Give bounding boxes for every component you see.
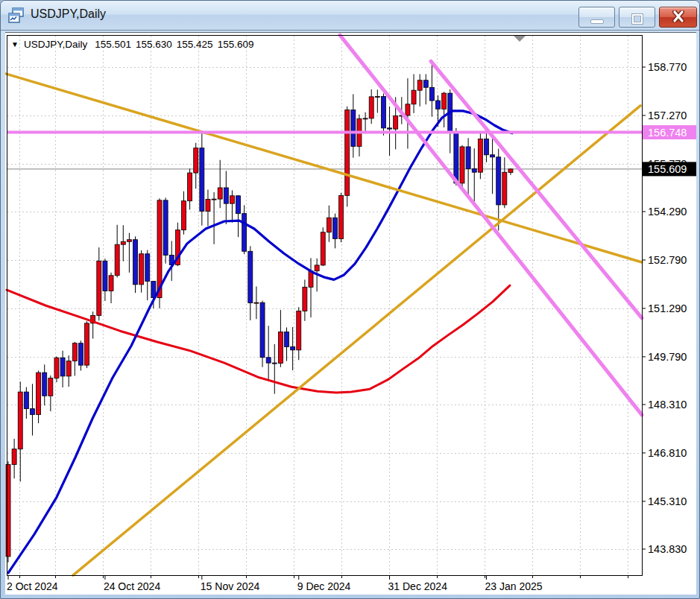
candle-down: [200, 133, 204, 226]
candle-up: [309, 258, 313, 317]
candle-body: [508, 169, 513, 173]
candle-body: [97, 261, 101, 315]
candle-body: [423, 80, 428, 88]
candle-up: [72, 342, 77, 375]
candle-body: [6, 465, 10, 557]
candle-body: [332, 218, 337, 238]
chart-client-area: 158.770157.270155.770154.290152.790151.2…: [5, 32, 696, 595]
candle-up: [278, 310, 283, 367]
candle-down: [224, 171, 228, 224]
candle-body: [72, 343, 77, 361]
minimize-button[interactable]: [578, 7, 615, 28]
chart-shift-marker-icon[interactable]: [514, 36, 526, 42]
candle-up: [121, 225, 125, 262]
candle-body: [242, 214, 247, 252]
candle-body: [224, 188, 228, 203]
candle-up: [66, 355, 71, 387]
time-tick-label: 2 Oct 2024: [7, 580, 58, 592]
ohlc-symbol: USDJPY,Daily: [24, 39, 87, 50]
time-tick-label: 15 Nov 2024: [201, 580, 260, 592]
candle-up: [194, 143, 198, 188]
ohlc-high: 155.630: [136, 39, 172, 50]
candle-up: [357, 115, 362, 156]
candle-body: [442, 93, 447, 109]
price-tick-label: 154.290: [648, 206, 687, 218]
candle-body: [24, 392, 28, 409]
candle-body: [145, 254, 150, 282]
candle-body: [12, 449, 16, 465]
time-tick-label: 23 Jan 2025: [485, 580, 542, 592]
candle-up: [48, 375, 53, 411]
candle-down: [332, 214, 337, 249]
candle-body: [218, 188, 222, 199]
candle-body: [42, 373, 47, 396]
candle-body: [103, 261, 107, 291]
price-tick-label: 151.290: [648, 302, 687, 314]
trendline-pink-channel-left[interactable]: [340, 35, 642, 415]
candle-body: [115, 244, 119, 276]
candle-up: [181, 191, 186, 235]
candle-body: [363, 118, 368, 119]
maximize-button[interactable]: [619, 7, 655, 28]
candle-body: [188, 173, 192, 201]
candle-body: [127, 240, 131, 242]
price-chart[interactable]: 158.770157.270155.770154.290152.790151.2…: [5, 33, 696, 595]
candle-body: [266, 358, 271, 363]
candle-body: [109, 276, 113, 291]
candle-up: [406, 78, 410, 148]
trendline-gold-ascending[interactable]: [73, 106, 640, 575]
candle-up: [254, 286, 259, 319]
candle-down: [491, 138, 495, 194]
candle-body: [212, 199, 216, 200]
candle-up: [345, 107, 350, 207]
time-axis[interactable]: 2 Oct 202424 Oct 202415 Nov 20249 Dec 20…: [7, 575, 628, 592]
window-titlebar[interactable]: USDJPY,Daily: [1, 1, 699, 31]
candle-body: [248, 251, 253, 302]
candle-down: [285, 327, 289, 361]
candle-up: [442, 92, 447, 127]
candle-body: [60, 358, 65, 376]
candle-down: [351, 94, 356, 157]
plot-border: [7, 36, 643, 576]
candle-down: [30, 384, 34, 435]
candle-up: [321, 227, 325, 266]
candle-up: [297, 307, 301, 360]
candle-body: [460, 147, 464, 183]
candle-body: [297, 311, 301, 349]
candle-body: [417, 80, 422, 90]
price-tick-label: 149.790: [648, 351, 687, 363]
candle-body: [30, 409, 34, 415]
candle-up: [508, 168, 513, 175]
candle-up: [139, 250, 144, 293]
candle-body: [139, 254, 144, 285]
candle-down: [78, 340, 83, 370]
candle-body: [48, 378, 53, 396]
minimize-icon: [590, 19, 604, 24]
candlesticks: [6, 64, 513, 562]
candle-body: [381, 96, 385, 127]
candle-body: [429, 87, 434, 101]
time-tick-label: 31 Dec 2024: [388, 580, 448, 592]
price-tick-label: 152.790: [648, 254, 687, 266]
candle-down: [103, 259, 107, 301]
ohlc-open: 155.501: [95, 39, 131, 50]
candle-up: [54, 356, 59, 382]
close-button[interactable]: [659, 7, 697, 28]
candle-down: [260, 301, 265, 367]
candle-up: [127, 233, 131, 273]
candle-down: [272, 344, 277, 394]
candle-body: [236, 196, 241, 214]
candle-down: [133, 236, 138, 293]
candle-down: [236, 195, 241, 237]
candle-body: [345, 110, 350, 196]
candle-body: [394, 115, 398, 129]
ma-red-line[interactable]: [7, 285, 510, 393]
candle-body: [303, 287, 307, 311]
candle-down: [242, 205, 247, 254]
candle-body: [496, 157, 501, 205]
candle-body: [194, 148, 198, 173]
candle-body: [454, 132, 458, 183]
candle-body: [66, 361, 71, 376]
candle-body: [406, 104, 410, 115]
ohlc-collapse-triangle-icon[interactable]: ▼: [11, 40, 19, 48]
